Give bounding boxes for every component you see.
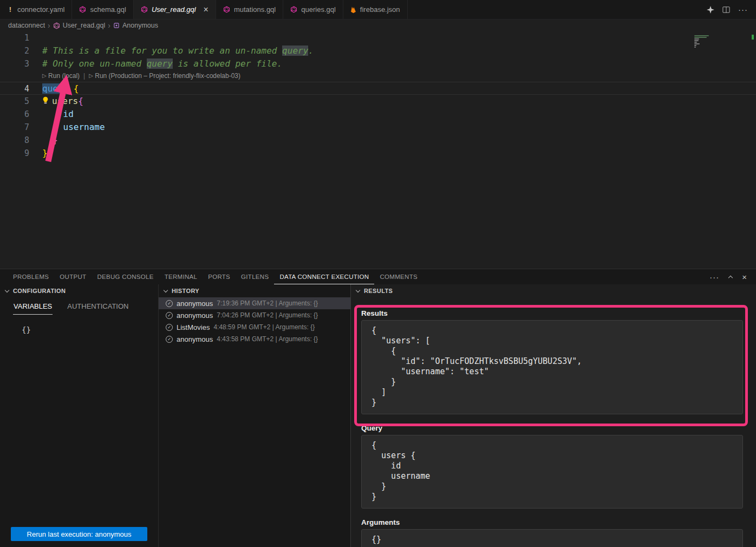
editor-tab-bar: !connector.yamlschema.gqlUser_read.gql×m… [0,0,756,19]
configuration-header[interactable]: CONFIGURATION [0,284,158,297]
lightbulb-icon[interactable] [42,95,52,108]
bottom-panel: PROBLEMSOUTPUTDEBUG CONSOLETERMINALPORTS… [0,269,756,547]
line-content: query { [29,82,79,94]
panel-tab-ports[interactable]: PORTS [203,269,236,284]
line-content: } [29,134,58,147]
more-actions-icon[interactable]: ··· [738,5,748,14]
breadcrumb-item-user-read-gql[interactable]: User_read.gql [53,22,106,29]
overview-ruler-mark [752,35,754,40]
editor-code-area[interactable]: 12# This is a file for you to write an u… [0,31,756,160]
variables-content[interactable]: {} [22,325,158,334]
panel-tab-gitlens[interactable]: GITLENS [236,269,274,284]
config-tab-variables[interactable]: VARIABLES [13,301,53,315]
arguments-block[interactable]: {} [361,529,743,547]
breadcrumb-label: User_read.gql [63,22,106,29]
split-editor-icon[interactable] [722,6,730,14]
editor: 12# This is a file for you to write an u… [0,31,756,269]
minimap[interactable] [694,34,709,48]
code-token: { [78,96,83,106]
line-number[interactable]: 1 [0,31,29,44]
minimap-line [694,37,707,38]
history-section: HISTORY ✓anonymous7:19:36 PM GMT+2 | Arg… [159,284,351,547]
query-label: Query [361,424,743,432]
yaml-file-icon: ! [7,5,14,14]
line-number[interactable]: 2 [0,44,29,57]
line-content [29,31,42,44]
history-item-name: anonymous [177,299,213,308]
query-block[interactable]: { users { id username } } [361,435,743,509]
line-content: username [29,121,105,134]
breadcrumb-item-anonymous[interactable]: Anonymous [113,22,158,29]
maximize-panel-icon[interactable] [729,275,732,279]
panel-more-actions-icon[interactable]: ··· [709,272,719,282]
rerun-button[interactable]: Rerun last execution: anonymous [11,527,147,541]
line-content: id [29,108,74,121]
line-number[interactable]: 4 [0,82,29,94]
line-number[interactable]: 5 [0,95,29,108]
history-item-anonymous[interactable]: ✓anonymous4:43:58 PM GMT+2 | Arguments: … [159,333,350,345]
panel-tab-debug-console[interactable]: DEBUG CONSOLE [92,269,159,284]
config-tab-authentication[interactable]: AUTHENTICATION [67,301,129,315]
panel-actions: ··· × [709,269,756,284]
code-token: username [42,122,105,132]
editor-line-9[interactable]: 9} [0,147,756,160]
history-item-detail: 4:43:58 PM GMT+2 | Arguments: {} [217,335,318,343]
arguments-label: Arguments [361,518,743,526]
panel-tab-data-connect-execution[interactable]: DATA CONNECT EXECUTION [274,269,374,284]
codelens-row: ▷ Run (local)|▷ Run (Production – Projec… [0,70,756,82]
history-item-detail: 4:48:59 PM GMT+2 | Arguments: {} [213,323,315,331]
tab-strip: !connector.yamlschema.gqlUser_read.gql×m… [0,0,408,19]
results-json-block[interactable]: { "users": [ { "id": "OrTucFODZHTksvBSBU… [361,320,743,414]
panel-tab-comments[interactable]: COMMENTS [374,269,422,284]
firebase-file-icon [350,6,356,14]
history-item-anonymous[interactable]: ✓anonymous7:19:36 PM GMT+2 | Arguments: … [159,297,350,309]
editor-tab-queries-gql[interactable]: queries.gql [283,0,343,19]
history-header[interactable]: HISTORY [159,284,350,297]
breadcrumb-label: dataconnect [8,22,45,29]
line-number[interactable]: 6 [0,108,29,121]
editor-line-1[interactable]: 1 [0,31,756,44]
chevron-down-icon [164,288,168,292]
editor-tab-firebase-json[interactable]: firebase.json [343,0,408,19]
editor-line-3[interactable]: 3# Only one un-named query is allowed pe… [0,57,756,70]
results-header[interactable]: RESULTS [351,284,756,297]
copilot-sparkle-icon[interactable] [707,6,714,14]
history-item-anonymous[interactable]: ✓anonymous7:04:26 PM GMT+2 | Arguments: … [159,309,350,321]
panel-tab-output[interactable]: OUTPUT [54,269,92,284]
codelens-separator: | [80,72,89,80]
editor-tab-schema-gql[interactable]: schema.gql [72,0,133,19]
code-token: # This is a file for you to write an un-… [42,45,282,56]
editor-tab-user-read-gql[interactable]: User_read.gql× [134,0,216,19]
line-number[interactable]: 8 [0,134,29,147]
panel-tab-problems[interactable]: PROBLEMS [8,269,54,284]
history-item-listmovies[interactable]: ✓ListMovies4:48:59 PM GMT+2 | Arguments:… [159,321,350,333]
line-number[interactable]: 7 [0,121,29,134]
history-item-name: anonymous [177,335,213,343]
minimap-line [694,47,696,48]
editor-line-5[interactable]: 5users{ [0,95,756,108]
editor-tab-mutations-gql[interactable]: mutations.gql [216,0,283,19]
editor-line-6[interactable]: 6 id [0,108,756,121]
code-token: users [52,96,78,106]
check-circle-icon: ✓ [166,336,173,343]
results-section: RESULTS Results { "users": [ { "id": "Or… [351,284,756,547]
editor-line-8[interactable]: 8 } [0,134,756,147]
editor-tab-connector-yaml[interactable]: !connector.yaml [0,0,72,19]
line-number[interactable]: 9 [0,147,29,160]
editor-line-4[interactable]: 4query { [0,82,756,95]
code-token: is allowed per file. [173,58,282,69]
line-number[interactable]: 3 [0,57,29,70]
tab-label: firebase.json [360,5,400,14]
breadcrumb-label: Anonymous [122,22,158,29]
editor-line-7[interactable]: 7 username [0,121,756,134]
editor-line-2[interactable]: 2# This is a file for you to write an un… [0,44,756,57]
minimap-line [694,35,709,36]
panel-tab-terminal[interactable]: TERMINAL [159,269,203,284]
run-icon: ▷ [89,73,93,79]
close-icon[interactable]: × [204,5,208,14]
code-token: . [308,45,314,56]
close-panel-icon[interactable]: × [742,272,747,282]
breadcrumb-item-dataconnect[interactable]: dataconnect [8,22,45,29]
codelens-run-production[interactable]: ▷ Run (Production – Project: friendly-fl… [89,72,240,80]
codelens-run-local[interactable]: ▷ Run (local) [42,72,80,80]
